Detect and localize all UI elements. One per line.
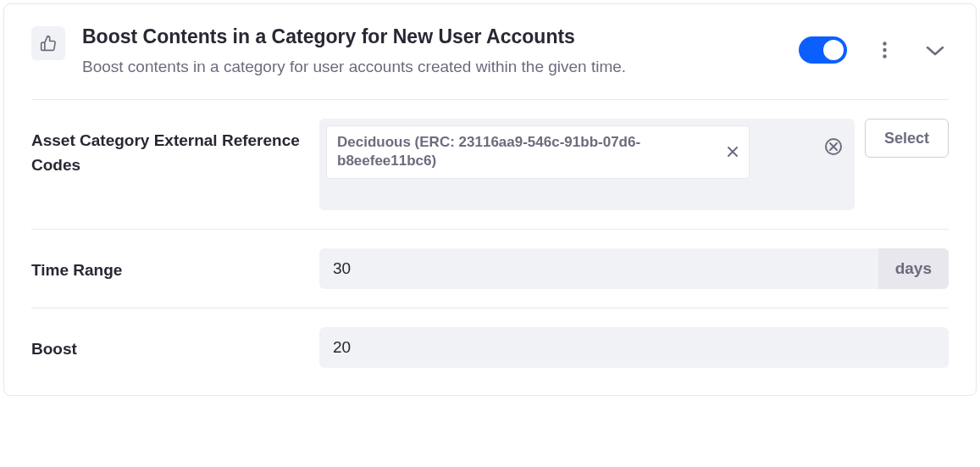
category-tag: Deciduous (ERC: 23116aa9-546c-91bb-07d6-…	[326, 125, 750, 178]
svg-point-1	[883, 48, 886, 52]
boost-input[interactable]	[319, 327, 949, 368]
close-icon	[727, 146, 739, 158]
header-controls	[799, 25, 949, 64]
toggle-knob	[823, 40, 844, 60]
categories-row: Asset Category External Reference Codes …	[31, 99, 949, 229]
time-range-label: Time Range	[31, 248, 302, 283]
time-range-input-group: days	[319, 248, 949, 289]
clear-all-button[interactable]	[824, 125, 848, 156]
time-range-input[interactable]	[319, 248, 878, 289]
time-range-content: days	[319, 248, 949, 289]
boost-category-card: Boost Contents in a Category for New Use…	[3, 3, 977, 396]
time-range-row: Time Range days	[31, 229, 949, 308]
card-title: Boost Contents in a Category for New Use…	[82, 25, 782, 50]
time-range-suffix: days	[878, 248, 949, 289]
category-tag-label: Deciduous (ERC: 23116aa9-546c-91bb-07d6-…	[337, 133, 715, 170]
tag-items: Deciduous (ERC: 23116aa9-546c-91bb-07d6-…	[326, 125, 816, 178]
header-text: Boost Contents in a Category for New Use…	[82, 25, 782, 79]
chevron-down-icon	[926, 45, 944, 56]
thumbs-up-icon	[40, 35, 57, 52]
select-button[interactable]: Select	[865, 119, 949, 158]
boost-input-group	[319, 327, 949, 368]
boost-label: Boost	[31, 327, 302, 362]
collapse-button[interactable]	[922, 36, 949, 64]
svg-point-2	[883, 54, 886, 58]
remove-tag-button[interactable]	[727, 146, 739, 158]
enable-toggle[interactable]	[799, 36, 847, 64]
card-description: Boost contents in a category for user ac…	[82, 55, 782, 80]
svg-point-0	[883, 42, 886, 45]
kebab-icon	[883, 42, 887, 58]
thumbs-up-icon-box	[31, 26, 65, 60]
more-menu-button[interactable]	[871, 36, 898, 64]
select-button-label: Select	[884, 130, 929, 147]
categories-content: Deciduous (ERC: 23116aa9-546c-91bb-07d6-…	[319, 119, 949, 210]
boost-row: Boost	[31, 308, 949, 368]
categories-tag-container[interactable]: Deciduous (ERC: 23116aa9-546c-91bb-07d6-…	[319, 119, 855, 210]
card-header: Boost Contents in a Category for New Use…	[31, 25, 949, 99]
clear-icon	[824, 137, 843, 156]
boost-content	[319, 327, 949, 368]
categories-label: Asset Category External Reference Codes	[31, 119, 302, 177]
